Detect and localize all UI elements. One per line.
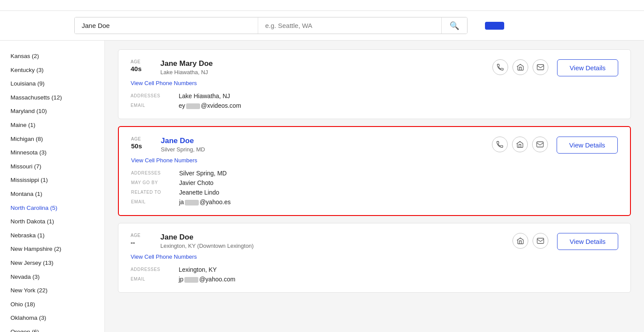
sidebar-item-12[interactable]: North Dakota (1) <box>0 215 104 229</box>
name-block-1: Jane Doe Silver Spring, MD <box>161 137 205 153</box>
sidebar-item-6[interactable]: Michigan (8) <box>0 132 104 146</box>
person-name-2: Jane Doe <box>160 233 254 242</box>
card-left-1: AGE 50s Jane Doe Silver Spring, MD <box>131 137 205 153</box>
sidebar-item-14[interactable]: New Hampshire (2) <box>0 242 104 256</box>
card-details-1: ADDRESSES Silver Spring, MD MAY GO BY Ja… <box>131 170 618 205</box>
detail-row-0-0: ADDRESSES Lake Hiawatha, NJ <box>131 92 618 99</box>
sidebar-item-8[interactable]: Missouri (7) <box>0 160 104 174</box>
person-name-0: Jane Mary Doe <box>160 59 213 68</box>
sidebar: Kansas (2)Kentucky (3)Louisiana (9)Massa… <box>0 41 105 332</box>
email-icon[interactable] <box>533 233 548 249</box>
result-card-0: AGE 40s Jane Mary Doe Lake Hiawatha, NJ <box>118 49 631 119</box>
detail-row-1-3: EMAIL ja@yahoo.es <box>131 199 618 205</box>
detail-label-1-1: MAY GO BY <box>131 179 179 186</box>
age-block-0: AGE 40s <box>131 59 152 75</box>
phone-icon[interactable] <box>492 59 508 75</box>
card-top-0: AGE 40s Jane Mary Doe Lake Hiawatha, NJ <box>131 59 618 76</box>
age-label-1: AGE <box>131 137 153 141</box>
result-card-2: AGE -- Jane Doe Lexington, KY (Downtown … <box>118 223 631 293</box>
svg-rect-2 <box>537 238 544 243</box>
sidebar-item-10[interactable]: Montana (1) <box>0 187 104 201</box>
detail-value-1-3: ja@yahoo.es <box>179 199 231 205</box>
home-icon[interactable] <box>512 137 528 152</box>
detail-value-1-2: Jeanette Lindo <box>179 189 219 196</box>
result-card-1: AGE 50s Jane Doe Silver Spring, MD <box>118 126 631 216</box>
card-icons-2 <box>512 233 548 249</box>
sidebar-item-13[interactable]: Nebraska (1) <box>0 229 104 243</box>
card-details-2: ADDRESSES Lexington, KY EMAIL jp@yahoo.c… <box>131 266 618 283</box>
sidebar-item-11[interactable]: North Carolina (5) <box>0 201 104 215</box>
detail-label-2-1: EMAIL <box>131 276 179 283</box>
signup-button[interactable] <box>485 22 504 30</box>
sidebar-item-15[interactable]: New Jersey (13) <box>0 256 104 270</box>
detail-label-1-3: EMAIL <box>131 199 179 205</box>
sidebar-item-18[interactable]: Ohio (18) <box>0 298 104 311</box>
detail-row-0-1: EMAIL ey@xvideos.com <box>131 102 618 109</box>
detail-row-2-1: EMAIL jp@yahoo.com <box>131 276 618 283</box>
detail-label-1-2: RELATED TO <box>131 189 179 196</box>
detail-label-0-1: EMAIL <box>131 102 179 109</box>
age-label-2: AGE <box>131 233 152 238</box>
sidebar-item-19[interactable]: Oklahoma (3) <box>0 311 104 325</box>
view-cell-link-2[interactable]: View Cell Phone Numbers <box>131 253 197 260</box>
detail-label-1-0: ADDRESSES <box>131 170 179 177</box>
header-actions <box>478 22 504 30</box>
person-name-1[interactable]: Jane Doe <box>161 137 205 145</box>
search-bar-row: 🔍 <box>0 11 644 40</box>
card-details-0: ADDRESSES Lake Hiawatha, NJ EMAIL ey@xvi… <box>131 92 618 109</box>
age-value-0: 40s <box>131 65 152 72</box>
age-value-2: -- <box>131 239 152 246</box>
sidebar-item-0[interactable]: Kansas (2) <box>0 49 104 63</box>
detail-label-0-0: ADDRESSES <box>131 92 179 99</box>
header: 🔍 <box>0 0 644 41</box>
view-cell-link-1[interactable]: View Cell Phone Numbers <box>131 157 197 164</box>
sidebar-item-16[interactable]: Nevada (3) <box>0 270 104 284</box>
svg-rect-0 <box>537 65 544 70</box>
detail-row-2-0: ADDRESSES Lexington, KY <box>131 266 618 273</box>
view-details-button-1[interactable]: View Details <box>557 137 618 154</box>
age-label-0: AGE <box>131 59 152 64</box>
detail-label-2-0: ADDRESSES <box>131 266 179 273</box>
detail-value-2-1: jp@yahoo.com <box>179 276 235 283</box>
sidebar-item-5[interactable]: Maine (1) <box>0 118 104 132</box>
detail-value-1-0: Silver Spring, MD <box>179 170 227 177</box>
sidebar-item-1[interactable]: Kentucky (3) <box>0 63 104 77</box>
results-area: AGE 40s Jane Mary Doe Lake Hiawatha, NJ <box>105 41 644 332</box>
detail-row-1-2: RELATED TO Jeanette Lindo <box>131 189 618 196</box>
view-details-button-0[interactable]: View Details <box>557 59 618 76</box>
main-layout: Kansas (2)Kentucky (3)Louisiana (9)Massa… <box>0 41 644 332</box>
person-location-2: Lexington, KY (Downtown Lexington) <box>160 243 254 249</box>
sidebar-item-17[interactable]: New York (22) <box>0 284 104 298</box>
nav-tabs <box>0 0 644 11</box>
sidebar-item-2[interactable]: Louisiana (9) <box>0 77 104 91</box>
redacted-0-1 <box>186 103 200 109</box>
home-icon[interactable] <box>512 59 528 75</box>
sidebar-item-20[interactable]: Oregon (6) <box>0 325 104 332</box>
sidebar-item-3[interactable]: Massachusetts (12) <box>0 91 104 105</box>
search-input-name[interactable] <box>75 17 258 34</box>
card-icons-1 <box>492 137 548 152</box>
email-icon[interactable] <box>533 59 548 75</box>
name-block-2: Jane Doe Lexington, KY (Downtown Lexingt… <box>160 233 254 249</box>
view-details-button-2[interactable]: View Details <box>557 233 618 250</box>
person-location-0: Lake Hiawatha, NJ <box>160 69 213 75</box>
detail-row-1-1: MAY GO BY Javier Choto <box>131 179 618 186</box>
detail-value-0-1: ey@xvideos.com <box>179 102 241 109</box>
search-button[interactable]: 🔍 <box>441 17 467 34</box>
card-left-0: AGE 40s Jane Mary Doe Lake Hiawatha, NJ <box>131 59 213 75</box>
age-block-2: AGE -- <box>131 233 152 249</box>
sidebar-item-7[interactable]: Minnesota (3) <box>0 146 104 160</box>
view-cell-link-0[interactable]: View Cell Phone Numbers <box>131 80 197 86</box>
age-block-1: AGE 50s <box>131 137 153 153</box>
detail-row-1-0: ADDRESSES Silver Spring, MD <box>131 170 618 177</box>
email-icon[interactable] <box>532 137 548 152</box>
sidebar-item-9[interactable]: Mississippi (1) <box>0 173 104 187</box>
redacted-2-1 <box>184 277 198 283</box>
phone-icon[interactable] <box>492 137 508 152</box>
logo <box>9 25 61 26</box>
card-icons-0 <box>492 59 548 75</box>
search-input-location[interactable] <box>258 17 441 34</box>
search-icon: 🔍 <box>450 21 459 30</box>
home-icon[interactable] <box>512 233 528 249</box>
sidebar-item-4[interactable]: Maryland (10) <box>0 104 104 118</box>
